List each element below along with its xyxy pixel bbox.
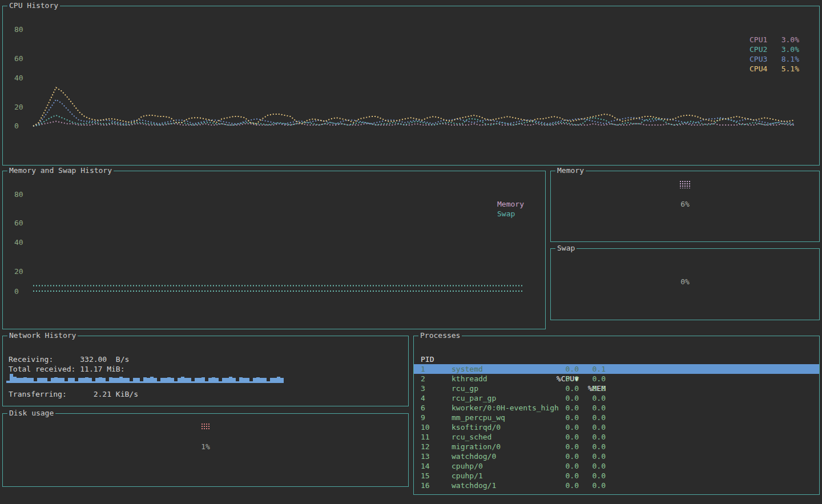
swap-title: Swap bbox=[555, 244, 577, 253]
disk-donut-icon bbox=[201, 423, 210, 430]
legend-label: CPU4 bbox=[750, 64, 773, 74]
process-cpu: 0.0 bbox=[554, 364, 579, 374]
process-pid: 2 bbox=[421, 374, 425, 384]
process-row[interactable]: 16watchdog/10.00.0 bbox=[414, 481, 819, 490]
process-row[interactable]: 12migration/00.00.0 bbox=[414, 442, 819, 451]
memory-swap-legend: MemorySwap bbox=[497, 199, 524, 219]
memory-percent: 6% bbox=[680, 199, 690, 209]
process-cpu: 0.0 bbox=[554, 432, 579, 442]
y-tick-label: 20 bbox=[14, 267, 23, 276]
process-mem: 0.0 bbox=[579, 481, 606, 490]
processes-header-row: PID Command %CPU▼ %MEM bbox=[414, 345, 819, 354]
cpu-legend-item: CPU23.0% bbox=[750, 45, 799, 54]
disk-percent: 1% bbox=[201, 442, 210, 451]
cpu-legend-item: CPU45.1% bbox=[750, 64, 799, 74]
process-row[interactable]: 4rcu_par_gp0.00.0 bbox=[414, 393, 819, 403]
network-transferring-line: Transferring: 2.21 KiB/s bbox=[9, 389, 138, 399]
process-mem: 0.0 bbox=[579, 432, 606, 442]
process-row[interactable]: 2kthreadd0.00.0 bbox=[414, 374, 819, 384]
disk-usage-panel: Disk usage 1% bbox=[2, 413, 409, 487]
process-command: watchdog/0 bbox=[452, 451, 496, 461]
process-cpu: 0.0 bbox=[554, 393, 579, 403]
y-tick-label: 60 bbox=[14, 54, 23, 63]
process-cpu: 0.0 bbox=[554, 481, 579, 490]
process-pid: 16 bbox=[421, 481, 430, 490]
process-pid: 15 bbox=[421, 471, 430, 481]
y-tick-label: 40 bbox=[14, 74, 23, 83]
process-mem: 0.1 bbox=[579, 364, 606, 374]
process-row[interactable]: 13watchdog/00.00.0 bbox=[414, 451, 819, 461]
process-command: kthreadd bbox=[452, 374, 487, 384]
memswap-legend-item: Swap bbox=[497, 209, 524, 219]
cpu-legend-item: CPU13.0% bbox=[750, 35, 799, 45]
legend-value: 8.1% bbox=[773, 54, 799, 64]
process-pid: 14 bbox=[421, 461, 430, 471]
sparkline-bar bbox=[280, 378, 284, 383]
network-receiving-line: Receiving: 332.00 B/s bbox=[9, 354, 129, 364]
y-tick-label: 20 bbox=[14, 103, 23, 112]
process-cpu: 0.0 bbox=[554, 442, 579, 451]
process-list: 1systemd0.00.12kthreadd0.00.03rcu_gp0.00… bbox=[414, 364, 819, 490]
network-history-panel: Network History Receiving: 332.00 B/s To… bbox=[2, 336, 409, 406]
network-total-received-line: Total received: 11.17 MiB: bbox=[9, 364, 125, 374]
cpu-legend: CPU13.0%CPU23.0%CPU38.1%CPU45.1% bbox=[750, 35, 799, 74]
process-mem: 0.0 bbox=[579, 374, 606, 384]
cpu-legend-item: CPU38.1% bbox=[750, 54, 799, 64]
memory-panel: Memory 6% bbox=[550, 171, 820, 242]
process-mem: 0.0 bbox=[579, 413, 606, 422]
process-pid: 10 bbox=[421, 422, 430, 432]
process-row[interactable]: 6kworker/0:0H-events_high0.00.0 bbox=[414, 403, 819, 413]
cpu-history-chart bbox=[3, 6, 819, 165]
cpu-history-panel: CPU History 806040200 CPU13.0%CPU23.0%CP… bbox=[2, 6, 820, 166]
legend-value: 5.1% bbox=[773, 64, 799, 74]
process-cpu: 0.0 bbox=[554, 384, 579, 393]
memory-donut-icon bbox=[679, 180, 691, 188]
process-mem: 0.0 bbox=[579, 451, 606, 461]
memory-title: Memory bbox=[555, 166, 586, 175]
disk-usage-title: Disk usage bbox=[7, 409, 55, 418]
process-pid: 1 bbox=[421, 364, 425, 374]
process-command: watchdog/1 bbox=[452, 481, 496, 490]
process-mem: 0.0 bbox=[579, 461, 606, 471]
process-cpu: 0.0 bbox=[554, 461, 579, 471]
y-tick-label: 40 bbox=[14, 238, 23, 247]
series-cpu3 bbox=[33, 100, 794, 127]
swap-percent: 0% bbox=[680, 277, 690, 287]
process-mem: 0.0 bbox=[579, 471, 606, 481]
process-row[interactable]: 9mm_percpu_wq0.00.0 bbox=[414, 413, 819, 422]
column-header-pid[interactable]: PID bbox=[421, 354, 434, 364]
process-cpu: 0.0 bbox=[554, 413, 579, 422]
process-pid: 9 bbox=[421, 413, 425, 422]
legend-value: 3.0% bbox=[773, 35, 799, 45]
process-command: rcu_gp bbox=[452, 384, 478, 393]
swap-panel: Swap 0% bbox=[550, 248, 820, 320]
process-command: migration/0 bbox=[452, 442, 501, 451]
process-row[interactable]: 14cpuhp/00.00.0 bbox=[414, 461, 819, 471]
y-tick-label: 60 bbox=[14, 219, 23, 228]
process-cpu: 0.0 bbox=[554, 451, 579, 461]
process-command: kworker/0:0H-events_high bbox=[452, 403, 559, 413]
process-mem: 0.0 bbox=[579, 403, 606, 413]
process-mem: 0.0 bbox=[579, 442, 606, 451]
legend-label: CPU3 bbox=[750, 54, 773, 64]
process-cpu: 0.0 bbox=[554, 374, 579, 384]
process-row[interactable]: 10ksoftirqd/00.00.0 bbox=[414, 422, 819, 432]
process-pid: 11 bbox=[421, 432, 430, 442]
y-tick-label: 80 bbox=[14, 190, 23, 199]
processes-title: Processes bbox=[418, 331, 462, 340]
y-tick-label: 0 bbox=[14, 122, 19, 131]
network-history-title: Network History bbox=[7, 331, 78, 340]
process-row[interactable]: 11rcu_sched0.00.0 bbox=[414, 432, 819, 442]
network-receiving-sparkline bbox=[6, 374, 284, 383]
y-tick-label: 80 bbox=[14, 25, 23, 34]
process-command: systemd bbox=[452, 364, 483, 374]
processes-panel: Processes PID Command %CPU▼ %MEM 1system… bbox=[413, 336, 820, 495]
process-row[interactable]: 3rcu_gp0.00.0 bbox=[414, 384, 819, 393]
process-cpu: 0.0 bbox=[554, 471, 579, 481]
legend-label: CPU1 bbox=[750, 35, 773, 45]
process-mem: 0.0 bbox=[579, 384, 606, 393]
memswap-legend-item: Memory bbox=[497, 199, 524, 209]
process-pid: 12 bbox=[421, 442, 430, 451]
process-row[interactable]: 15cpuhp/10.00.0 bbox=[414, 471, 819, 481]
process-row-selected[interactable]: 1systemd0.00.1 bbox=[414, 364, 819, 374]
